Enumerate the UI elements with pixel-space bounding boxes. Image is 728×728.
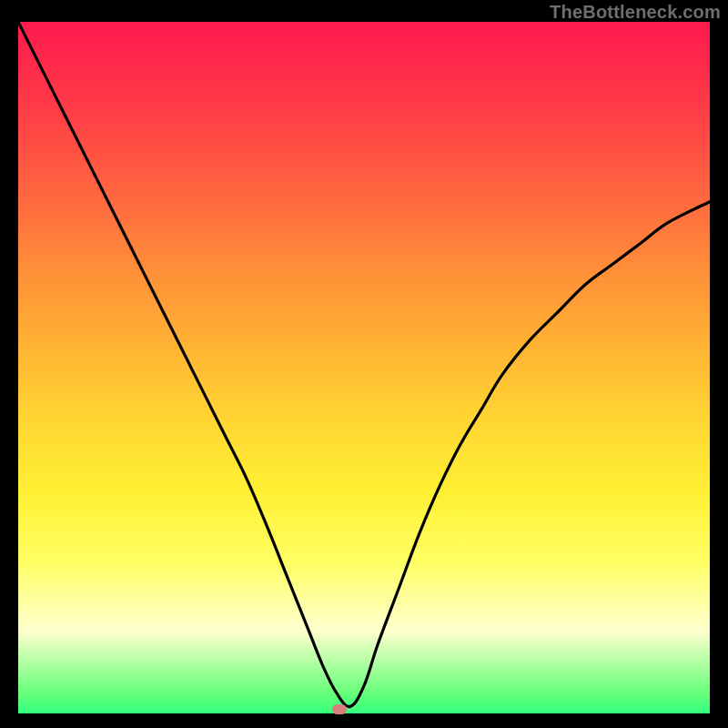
watermark-text: TheBottleneck.com — [550, 2, 721, 23]
bottleneck-curve — [18, 22, 710, 713]
chart-frame: TheBottleneck.com — [0, 0, 728, 728]
plot-area — [18, 22, 710, 713]
